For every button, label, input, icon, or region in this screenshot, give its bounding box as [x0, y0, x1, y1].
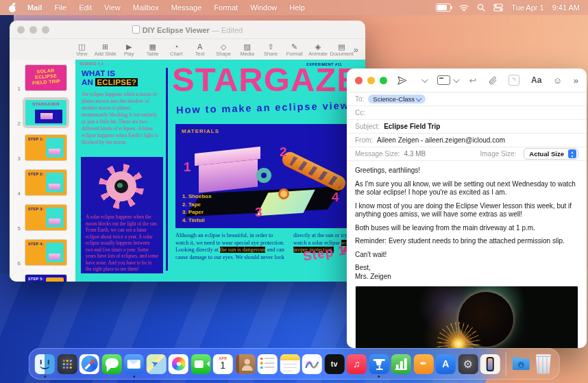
dock-freeform[interactable] — [302, 354, 322, 374]
dock-app-store[interactable]: A — [436, 354, 456, 374]
menu-date[interactable]: Tue Apr 1 — [511, 3, 543, 12]
shape-icon: ◇ — [221, 42, 226, 51]
menu-format[interactable]: Format — [214, 3, 238, 12]
menu-mailbox[interactable]: Mailbox — [133, 3, 159, 12]
media-button[interactable]: ▨Media — [235, 42, 258, 57]
body-paragraph: I know most of you are doing the Eclipse… — [355, 202, 578, 219]
dock-iphone-mirroring[interactable] — [480, 354, 500, 374]
send-options-chevron-icon[interactable] — [421, 76, 428, 83]
dock-music[interactable]: ♫ — [347, 354, 367, 374]
dock-keynote[interactable] — [369, 354, 389, 374]
mail-toolbar[interactable]: ↩ ✎ Aa ☺ » — [347, 69, 587, 92]
subject-field[interactable]: Subject: Eclipse Field Trip — [347, 120, 587, 134]
caution-text-left: Although an eclipse is beautiful, in ord… — [175, 232, 286, 261]
send-button[interactable] — [397, 75, 407, 86]
slide-number: 5 — [10, 225, 23, 233]
zoom-button[interactable] — [380, 77, 387, 84]
slide-thumbnail-row-selected[interactable]: 2 STARGAZER — [10, 97, 75, 128]
to-field[interactable]: To: Science-Class — [347, 92, 587, 106]
text-button[interactable]: AText — [188, 42, 211, 57]
dock-trash[interactable] — [533, 354, 553, 374]
animate-button[interactable]: ◈Animate — [306, 42, 330, 57]
cc-field[interactable]: Cc: — [347, 106, 587, 120]
menu-app-name[interactable]: Mail — [27, 3, 42, 12]
dock-finder[interactable] — [35, 354, 55, 374]
dock-pages[interactable]: ✒ — [413, 354, 433, 374]
battery-icon[interactable] — [436, 3, 451, 12]
attach-button[interactable] — [488, 75, 498, 86]
dock-tv[interactable]: tv — [324, 354, 344, 374]
undo-button[interactable]: ↩ — [469, 75, 477, 86]
slide-canvas[interactable]: SCIENCE 4.2 EXPERIMENT #11 WHAT IS AN EC… — [75, 60, 365, 282]
keynote-title-bar[interactable]: DIY Eclipse Viewer — Edited — [10, 21, 365, 39]
dock-calendar[interactable]: APR1 — [213, 354, 233, 374]
share-button[interactable]: ⇧Share — [259, 42, 282, 57]
dock-numbers[interactable] — [391, 354, 411, 374]
table-button[interactable]: ▦Table — [140, 42, 164, 57]
minimize-button[interactable] — [367, 77, 375, 84]
dock-reminders[interactable] — [258, 354, 278, 374]
apple-menu-icon[interactable] — [8, 3, 17, 12]
dock-safari[interactable] — [79, 354, 99, 374]
document-tab-icon: ▤ — [338, 42, 345, 51]
menu-view[interactable]: View — [104, 3, 121, 12]
slide-thumbnail-row[interactable]: 6 STEP 4: — [10, 237, 75, 268]
keynote-window: DIY Eclipse Viewer — Edited ◫View ⊞Add S… — [10, 21, 365, 282]
format-button[interactable]: ✎Format — [282, 42, 306, 57]
close-button[interactable] — [355, 77, 363, 84]
chart-button[interactable]: ◔Chart — [164, 42, 188, 57]
format-text-button[interactable]: Aa — [531, 75, 541, 85]
play-button[interactable]: ▶Play — [117, 42, 140, 57]
window-title: DIY Eclipse Viewer — Edited — [10, 25, 365, 34]
dock-launchpad[interactable] — [57, 354, 77, 374]
menu-window[interactable]: Window — [250, 3, 277, 12]
slide-heading: WHAT IS AN ECLIPSE? — [82, 69, 138, 87]
tinfoil-roll-illustration — [280, 149, 348, 193]
dock-contacts[interactable] — [235, 354, 255, 374]
slide-thumbnail-row[interactable]: 5 STEP 3: — [10, 202, 75, 233]
emoji-button[interactable]: ☺ — [553, 75, 562, 86]
menu-file[interactable]: File — [54, 3, 66, 12]
image-size-select[interactable]: Actual Size ▲▼ — [524, 148, 578, 160]
toolbar-overflow-icon[interactable]: » — [574, 75, 578, 86]
wifi-icon[interactable] — [459, 4, 469, 12]
materials-label: MATERIALS — [182, 128, 219, 134]
header-fields-button[interactable] — [437, 75, 458, 85]
recipient-token[interactable]: Science-Class — [368, 95, 426, 103]
dock-facetime[interactable] — [191, 354, 210, 374]
shape-button[interactable]: ◇Shape — [212, 42, 235, 57]
toolbar-overflow-icon[interactable]: » — [354, 45, 358, 55]
dock-mail[interactable] — [124, 354, 144, 374]
navigation-arrow-icon: ➤ — [149, 357, 160, 369]
slide-course-code: SCIENCE 4.2 — [79, 62, 103, 66]
slide-thumbnail-row[interactable]: 7 STEP 5: — [10, 272, 75, 282]
search-icon[interactable] — [477, 3, 485, 12]
dock-system-settings[interactable]: ⚙ — [458, 354, 478, 374]
view-icon: ◫ — [78, 42, 85, 51]
menu-help[interactable]: Help — [289, 3, 305, 12]
dock-photos[interactable] — [169, 354, 188, 374]
materials-panel: MATERIALS 1 2 3 4 1. Shoebox 2. Tape 3. … — [175, 124, 351, 228]
material-number-3: 3 — [255, 205, 262, 220]
message-body[interactable]: Greetings, earthlings! As I'm sure you a… — [347, 161, 587, 281]
dock-downloads[interactable]: ↓ — [511, 354, 531, 374]
dock-notes[interactable] — [280, 354, 299, 374]
dock-messages[interactable] — [101, 354, 121, 374]
slide-thumbnail-row[interactable]: 1 SOLAR ECLIPSE FIELD TRIP — [10, 62, 75, 93]
menu-clock[interactable]: 9:41 AM — [552, 3, 580, 12]
slide-number: 4 — [10, 190, 23, 198]
document-button[interactable]: ▤Document — [330, 42, 353, 57]
slide-thumbnail-row[interactable]: 4 STEP 2: — [10, 167, 75, 198]
add-slide-button[interactable]: ⊞Add Slide — [93, 42, 117, 57]
markup-button[interactable]: ✎ — [509, 75, 519, 86]
menu-message[interactable]: Message — [171, 3, 202, 12]
view-button[interactable]: ◫View — [70, 42, 93, 57]
from-field[interactable]: From: Aileen Zeigen - aileen.zeigen@iclo… — [347, 134, 587, 147]
dock-maps[interactable]: ➤ — [146, 354, 166, 374]
table-icon: ▦ — [149, 42, 156, 51]
add-slide-icon: ⊞ — [102, 42, 108, 51]
menu-edit[interactable]: Edit — [79, 3, 92, 12]
eclipse-photo-attachment[interactable] — [355, 286, 578, 348]
control-center-icon[interactable] — [493, 3, 503, 12]
slide-thumbnail-row[interactable]: 3 STEP 1: — [10, 132, 75, 163]
